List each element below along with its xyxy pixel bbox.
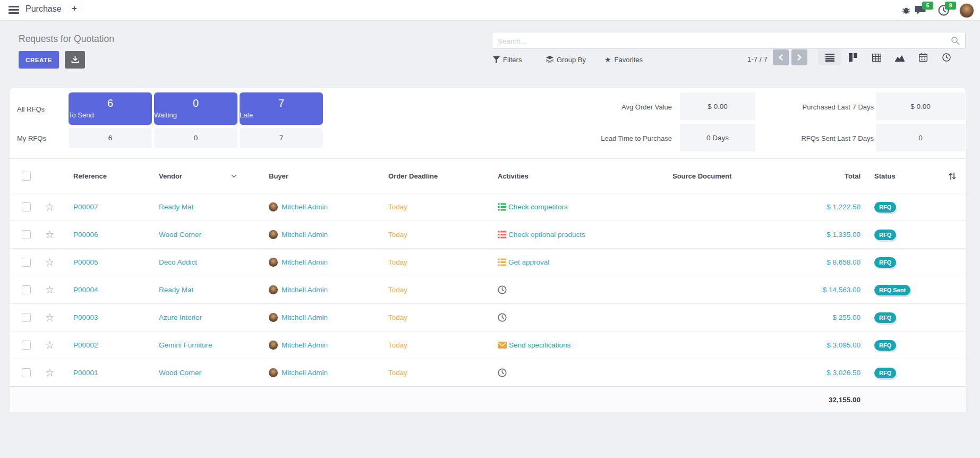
buyer-link[interactable]: Mitchell Admin bbox=[282, 231, 328, 239]
reference-link[interactable]: P00004 bbox=[73, 286, 98, 294]
lead-time-label: Lead Time to Purchase bbox=[562, 134, 672, 142]
reference-link[interactable]: P00001 bbox=[73, 369, 98, 377]
reference-link[interactable]: P00002 bbox=[73, 341, 98, 349]
pager-previous-button[interactable] bbox=[773, 49, 789, 65]
header-vendor[interactable]: Vendor bbox=[152, 172, 262, 180]
search-input[interactable] bbox=[497, 34, 940, 48]
envelope-activity-icon[interactable] bbox=[498, 342, 507, 349]
graph-view-button[interactable] bbox=[888, 49, 911, 65]
table-body: ☆ P00007 Ready Mat Mitchell Admin Today … bbox=[10, 193, 966, 386]
chevron-right-icon bbox=[797, 54, 802, 61]
kpi-to-send[interactable]: 6 To Send bbox=[69, 92, 152, 125]
favorite-star-icon[interactable]: ☆ bbox=[45, 340, 54, 350]
clock-activity-icon[interactable] bbox=[498, 368, 507, 377]
list-view-icon bbox=[825, 54, 834, 62]
pivot-view-button[interactable] bbox=[865, 49, 888, 65]
vendor-link[interactable]: Deco Addict bbox=[159, 258, 197, 266]
table-header-row: Reference Vendor Buyer Order Deadline Ac… bbox=[10, 159, 966, 193]
lead-time-box: 0 Days bbox=[680, 124, 755, 151]
kpi-my-to-send[interactable]: 6 bbox=[69, 128, 152, 148]
vendor-link[interactable]: Ready Mat bbox=[159, 203, 193, 211]
row-checkbox[interactable] bbox=[22, 285, 31, 294]
buyer-link[interactable]: Mitchell Admin bbox=[282, 369, 328, 377]
vendor-link[interactable]: Ready Mat bbox=[159, 286, 193, 294]
favorites-star-icon: ★ bbox=[604, 55, 611, 64]
avg-order-value-label: Avg Order Value bbox=[562, 103, 672, 111]
header-source-document[interactable]: Source Document bbox=[666, 172, 796, 180]
group-by-button[interactable]: Group By bbox=[546, 54, 586, 65]
optional-columns-button[interactable] bbox=[939, 172, 966, 180]
buyer-link[interactable]: Mitchell Admin bbox=[282, 203, 328, 211]
row-checkbox[interactable] bbox=[22, 368, 31, 377]
header-activities[interactable]: Activities bbox=[491, 172, 666, 180]
tasks-activity-icon[interactable] bbox=[498, 258, 506, 266]
select-all-checkbox[interactable] bbox=[22, 172, 31, 181]
calendar-view-button[interactable] bbox=[911, 49, 935, 65]
buyer-link[interactable]: Mitchell Admin bbox=[282, 258, 328, 266]
vendor-link[interactable]: Azure Interior bbox=[159, 313, 202, 321]
header-buyer[interactable]: Buyer bbox=[262, 172, 381, 180]
kpi-waiting[interactable]: 0 Waiting bbox=[154, 92, 237, 125]
favorite-star-icon[interactable]: ☆ bbox=[45, 230, 54, 240]
favorite-star-icon[interactable]: ☆ bbox=[45, 368, 54, 378]
favorite-star-icon[interactable]: ☆ bbox=[45, 312, 54, 323]
activity-label[interactable]: Get approval bbox=[508, 258, 549, 266]
activity-view-button[interactable] bbox=[935, 49, 958, 65]
user-avatar[interactable] bbox=[959, 3, 974, 18]
status-badge: RFQ bbox=[874, 312, 896, 323]
activity-label[interactable]: Send specifications bbox=[509, 341, 570, 349]
kpi-my-late[interactable]: 7 bbox=[240, 128, 323, 148]
header-total[interactable]: Total bbox=[796, 172, 860, 180]
app-name[interactable]: Purchase bbox=[25, 4, 62, 14]
kanban-view-button[interactable] bbox=[841, 49, 865, 65]
row-checkbox[interactable] bbox=[22, 230, 31, 239]
favorite-star-icon[interactable]: ☆ bbox=[45, 202, 54, 212]
vendor-link[interactable]: Wood Corner bbox=[159, 231, 201, 239]
reference-link[interactable]: P00003 bbox=[73, 313, 98, 321]
create-button[interactable]: CREATE bbox=[19, 51, 59, 69]
status-badge: RFQ bbox=[874, 340, 896, 351]
header-reference[interactable]: Reference bbox=[67, 172, 152, 180]
header-order-deadline[interactable]: Order Deadline bbox=[381, 172, 491, 180]
buyer-link[interactable]: Mitchell Admin bbox=[282, 313, 328, 321]
menu-icon[interactable] bbox=[8, 6, 19, 14]
row-checkbox[interactable] bbox=[22, 341, 31, 350]
filters-button[interactable]: Filters bbox=[493, 54, 522, 65]
reference-link[interactable]: P00005 bbox=[73, 258, 98, 266]
buyer-link[interactable]: Mitchell Admin bbox=[282, 286, 328, 294]
vendor-link[interactable]: Gemini Furniture bbox=[159, 341, 212, 349]
kpi-my-waiting[interactable]: 0 bbox=[154, 128, 237, 148]
kpi-late[interactable]: 7 Late bbox=[240, 92, 323, 125]
buyer-link[interactable]: Mitchell Admin bbox=[282, 341, 328, 349]
kanban-view-icon bbox=[849, 53, 857, 62]
tasks-activity-icon[interactable] bbox=[498, 203, 506, 211]
reference-link[interactable]: P00006 bbox=[73, 231, 98, 239]
new-tab-button[interactable]: + bbox=[72, 3, 77, 14]
favorites-button[interactable]: ★ Favorites bbox=[604, 54, 643, 65]
row-checkbox[interactable] bbox=[22, 202, 31, 211]
tasks-activity-icon[interactable] bbox=[498, 231, 506, 239]
late-caption: Late bbox=[240, 111, 323, 119]
favorite-star-icon[interactable]: ☆ bbox=[45, 285, 54, 295]
debug-bug-icon[interactable] bbox=[902, 6, 914, 18]
list-view-button[interactable] bbox=[818, 49, 841, 65]
clock-activity-icon[interactable] bbox=[498, 285, 507, 294]
activities-clock-icon[interactable]: 9 bbox=[938, 5, 950, 16]
reference-link[interactable]: P00007 bbox=[73, 203, 98, 211]
search-icon[interactable] bbox=[951, 36, 960, 45]
avg-order-value-box: $ 0.00 bbox=[680, 92, 755, 120]
header-status[interactable]: Status bbox=[860, 172, 939, 180]
activity-label[interactable]: Check competitors bbox=[508, 203, 568, 211]
messages-icon[interactable]: 5 bbox=[915, 5, 926, 16]
clock-activity-icon[interactable] bbox=[498, 313, 507, 322]
row-checkbox[interactable] bbox=[22, 258, 31, 267]
favorite-star-icon[interactable]: ☆ bbox=[45, 257, 54, 267]
table-row: ☆ P00002 Gemini Furniture Mitchell Admin… bbox=[10, 331, 966, 359]
layers-icon bbox=[546, 56, 553, 63]
pager-next-button[interactable] bbox=[791, 49, 807, 65]
vendor-link[interactable]: Wood Corner bbox=[159, 369, 201, 377]
export-button[interactable] bbox=[65, 51, 85, 69]
activity-label[interactable]: Check optional products bbox=[508, 231, 585, 239]
filters-label: Filters bbox=[503, 56, 522, 64]
row-checkbox[interactable] bbox=[22, 313, 31, 322]
